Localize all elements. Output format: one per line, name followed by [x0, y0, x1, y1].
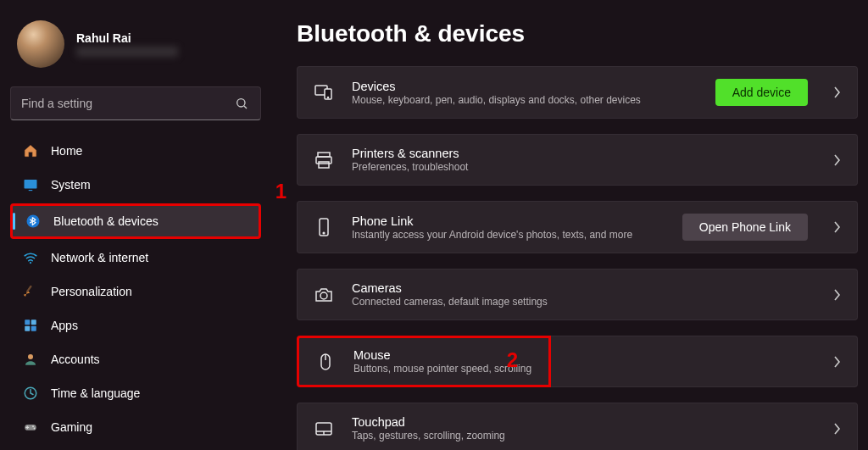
sidebar-item-label: System	[51, 178, 91, 192]
search-field[interactable]	[21, 97, 233, 110]
avatar	[17, 20, 64, 68]
svg-point-23	[323, 232, 325, 234]
mouse-icon	[314, 351, 337, 373]
svg-point-14	[32, 425, 34, 427]
sidebar-item-system[interactable]: System	[10, 169, 261, 200]
card-devices[interactable]: Devices Mouse, keyboard, pen, audio, dis…	[297, 66, 858, 119]
personalization-icon	[22, 283, 39, 300]
user-email-blurred	[76, 47, 178, 57]
search-input[interactable]	[10, 86, 261, 120]
gaming-icon	[22, 419, 39, 436]
main-content: Bluetooth & devices Devices Mouse, keybo…	[271, 0, 868, 450]
svg-point-5	[30, 262, 31, 264]
phone-icon	[313, 216, 335, 238]
bluetooth-icon	[25, 213, 42, 230]
open-phone-link-button[interactable]: Open Phone Link	[682, 214, 808, 241]
card-subtitle: Taps, gestures, scrolling, zooming	[352, 430, 808, 442]
svg-line-1	[244, 106, 247, 108]
user-info: Rahul Rai	[76, 31, 178, 57]
annotation-label-2: 2	[507, 348, 518, 372]
card-touchpad[interactable]: Touchpad Taps, gestures, scrolling, zoom…	[297, 403, 858, 450]
add-device-button[interactable]: Add device	[715, 79, 808, 106]
card-subtitle: Instantly access your Android device's p…	[352, 229, 665, 241]
sidebar-item-label: Accounts	[51, 353, 100, 366]
svg-rect-2	[25, 180, 37, 189]
svg-rect-7	[25, 319, 30, 325]
sidebar-item-label: Personalization	[51, 285, 132, 298]
chevron-right-icon	[833, 86, 842, 98]
svg-rect-10	[31, 326, 36, 331]
printer-icon	[313, 149, 335, 171]
card-subtitle: Connected cameras, default image setting…	[352, 296, 808, 308]
chevron-right-icon	[833, 221, 842, 233]
page-title: Bluetooth & devices	[297, 20, 858, 47]
home-icon	[22, 142, 39, 159]
svg-rect-8	[31, 319, 36, 325]
card-subtitle: Mouse, keyboard, pen, audio, displays an…	[352, 94, 698, 106]
svg-point-18	[327, 97, 328, 97]
user-name: Rahul Rai	[76, 31, 178, 45]
card-cameras[interactable]: Cameras Connected cameras, default image…	[297, 269, 858, 320]
svg-point-11	[28, 354, 33, 359]
svg-rect-21	[319, 162, 329, 168]
touchpad-icon	[313, 418, 335, 440]
card-title: Printers & scanners	[352, 147, 808, 160]
annotation-box-2: Mouse Buttons, mouse pointer speed, scro…	[297, 336, 551, 387]
chevron-right-icon	[833, 154, 842, 166]
card-title: Cameras	[352, 281, 808, 295]
sidebar-item-label: Network & internet	[51, 251, 148, 264]
sidebar-item-label: Apps	[51, 319, 78, 332]
annotation-box-1: Bluetooth & devices 1	[10, 203, 261, 239]
sidebar-item-label: Gaming	[51, 420, 92, 434]
card-printers-scanners[interactable]: Printers & scanners Preferences, trouble…	[297, 134, 858, 186]
chevron-right-icon	[833, 289, 842, 301]
sidebar-item-label: Time & language	[51, 386, 140, 400]
svg-point-24	[320, 292, 327, 299]
chevron-right-icon	[833, 356, 842, 368]
camera-icon	[313, 284, 335, 306]
svg-rect-6	[26, 286, 32, 293]
sidebar-item-network[interactable]: Network & internet	[10, 242, 261, 273]
svg-point-0	[237, 99, 245, 107]
sidebar-item-personalization[interactable]: Personalization	[10, 276, 261, 307]
sidebar-item-bluetooth-devices[interactable]: Bluetooth & devices	[10, 203, 261, 239]
accounts-icon	[22, 351, 39, 368]
search-icon	[233, 95, 250, 112]
card-subtitle: Preferences, troubleshoot	[352, 161, 808, 173]
sidebar-item-label: Home	[51, 144, 82, 158]
annotation-label-1: 1	[275, 180, 287, 203]
card-title: Touchpad	[352, 415, 808, 429]
sidebar: Rahul Rai Home System Bluetooth & device…	[0, 0, 271, 450]
svg-rect-9	[25, 326, 30, 331]
chevron-right-icon	[833, 423, 842, 435]
card-mouse[interactable]	[551, 336, 858, 387]
sidebar-item-accounts[interactable]: Accounts	[10, 344, 261, 375]
system-icon	[22, 176, 39, 193]
card-title: Phone Link	[352, 214, 665, 228]
sidebar-item-gaming[interactable]: Gaming	[10, 412, 261, 442]
card-phone-link[interactable]: Phone Link Instantly access your Android…	[297, 201, 858, 253]
sidebar-item-label: Bluetooth & devices	[53, 214, 159, 228]
settings-card-list: Devices Mouse, keyboard, pen, audio, dis…	[297, 66, 858, 450]
user-header[interactable]: Rahul Rai	[10, 15, 261, 83]
sidebar-item-time-language[interactable]: Time & language	[10, 378, 261, 408]
devices-icon	[313, 81, 335, 103]
time-language-icon	[22, 385, 39, 402]
apps-icon	[22, 317, 39, 334]
sidebar-item-apps[interactable]: Apps	[10, 310, 261, 341]
svg-point-15	[34, 428, 36, 430]
sidebar-item-home[interactable]: Home	[10, 136, 261, 166]
card-title: Devices	[352, 80, 698, 93]
wifi-icon	[22, 249, 39, 266]
svg-rect-3	[29, 190, 33, 191]
